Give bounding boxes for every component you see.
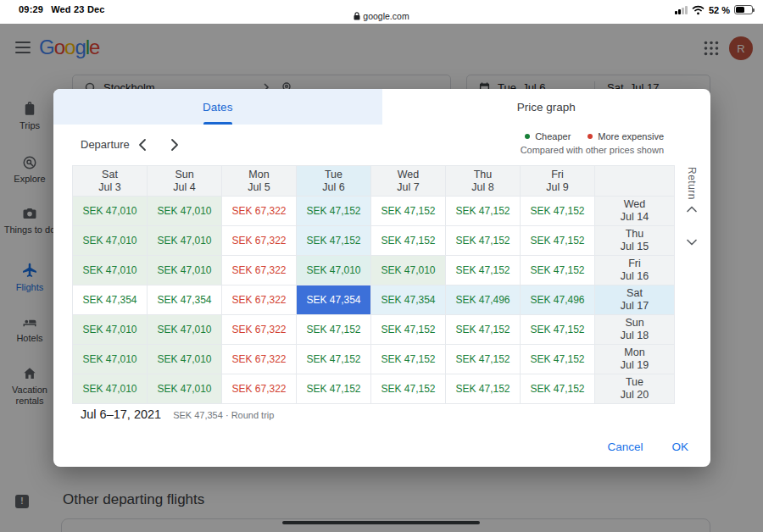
- price-cell[interactable]: SEK 47,152: [297, 197, 371, 226]
- return-prev-icon[interactable]: [684, 202, 699, 217]
- departure-next-icon[interactable]: [165, 136, 182, 153]
- price-cell[interactable]: SEK 47,010: [73, 197, 148, 226]
- price-cell[interactable]: SEK 47,354: [148, 285, 222, 315]
- price-cell[interactable]: SEK 47,152: [446, 345, 521, 374]
- return-row-header[interactable]: WedJul 14: [595, 197, 675, 226]
- departure-col-header[interactable]: SatJul 3: [73, 166, 148, 197]
- price-cell[interactable]: SEK 67,322: [222, 226, 297, 256]
- screen: 09:29Wed 23 Dec google.com 52 % Google R…: [0, 0, 763, 532]
- price-cell[interactable]: SEK 47,152: [521, 197, 595, 226]
- ok-button[interactable]: OK: [671, 441, 688, 453]
- price-cell[interactable]: SEK 47,152: [521, 226, 595, 256]
- departure-col-header[interactable]: MonJul 5: [222, 166, 297, 197]
- return-next-icon[interactable]: [684, 235, 699, 250]
- price-cell[interactable]: SEK 47,010: [148, 315, 222, 345]
- return-row-header[interactable]: SunJul 18: [595, 315, 675, 345]
- date-price-dialog: Dates Price graph Departure Cheaper More…: [53, 89, 710, 467]
- price-cell[interactable]: SEK 47,354: [371, 285, 446, 315]
- price-cell[interactable]: SEK 47,152: [446, 226, 521, 256]
- departure-col-header[interactable]: WedJul 7: [371, 166, 446, 197]
- status-icons: 52 %: [675, 4, 753, 15]
- tab-price-graph[interactable]: Price graph: [382, 89, 711, 125]
- summary-detail: SEK 47,354 · Round trip: [173, 410, 274, 420]
- selected-price-cell[interactable]: SEK 47,354: [297, 285, 371, 315]
- departure-col-header[interactable]: TueJul 6: [297, 166, 371, 197]
- ios-status-bar: 09:29Wed 23 Dec google.com 52 %: [0, 0, 763, 24]
- departure-col-header[interactable]: ThuJul 8: [446, 166, 521, 197]
- return-row-header[interactable]: ThuJul 15: [595, 226, 675, 256]
- price-cell[interactable]: SEK 47,152: [371, 374, 446, 404]
- price-cell[interactable]: SEK 47,010: [148, 374, 222, 404]
- price-cell[interactable]: SEK 47,010: [73, 226, 148, 256]
- matrix-corner-cell: [595, 166, 675, 197]
- price-cell[interactable]: SEK 47,152: [297, 315, 371, 345]
- more-expensive-label: More expensive: [598, 131, 664, 141]
- price-cell[interactable]: SEK 47,152: [371, 315, 446, 345]
- more-expensive-dot-icon: [588, 134, 593, 139]
- price-cell[interactable]: SEK 67,322: [222, 374, 297, 404]
- tab-dates[interactable]: Dates: [53, 89, 382, 125]
- price-cell[interactable]: SEK 47,010: [148, 256, 222, 285]
- lock-icon: [354, 12, 360, 20]
- dialog-actions: Cancel OK: [607, 441, 688, 453]
- price-cell[interactable]: SEK 47,496: [446, 285, 521, 315]
- return-row-header[interactable]: SatJul 17: [595, 285, 675, 315]
- price-matrix: SatJul 3SunJul 4MonJul 5TueJul 6WedJul 7…: [72, 165, 675, 404]
- price-cell[interactable]: SEK 67,322: [222, 197, 297, 226]
- cheaper-dot-icon: [525, 134, 530, 139]
- return-label: Return: [686, 167, 698, 200]
- url-text: google.com: [363, 11, 409, 21]
- tab-dates-label: Dates: [203, 101, 232, 114]
- return-row-header[interactable]: FriJul 16: [595, 256, 675, 285]
- price-cell[interactable]: SEK 47,010: [371, 256, 446, 285]
- dialog-controls: Departure Cheaper More expensive Compare…: [53, 125, 710, 165]
- price-cell[interactable]: SEK 47,354: [73, 285, 148, 315]
- cellular-signal-icon: [675, 6, 688, 14]
- price-cell[interactable]: SEK 47,152: [446, 256, 521, 285]
- price-cell[interactable]: SEK 67,322: [222, 256, 297, 285]
- price-cell[interactable]: SEK 47,010: [148, 226, 222, 256]
- price-cell[interactable]: SEK 47,010: [73, 374, 148, 404]
- address-bar[interactable]: google.com: [0, 11, 763, 21]
- price-cell[interactable]: SEK 67,322: [222, 285, 297, 315]
- price-cell[interactable]: SEK 47,152: [297, 374, 371, 404]
- trip-summary: Jul 6–17, 2021 SEK 47,354 · Round trip: [81, 407, 274, 421]
- price-cell[interactable]: SEK 47,152: [371, 345, 446, 374]
- summary-dates: Jul 6–17, 2021: [81, 407, 161, 421]
- price-cell[interactable]: SEK 47,152: [297, 226, 371, 256]
- return-row-header[interactable]: TueJul 20: [595, 374, 675, 404]
- departure-prev-icon[interactable]: [135, 136, 152, 153]
- price-cell[interactable]: SEK 67,322: [222, 315, 297, 345]
- price-cell[interactable]: SEK 47,152: [297, 345, 371, 374]
- price-cell[interactable]: SEK 47,152: [446, 197, 521, 226]
- tab-price-graph-label: Price graph: [517, 101, 576, 114]
- legend-note: Compared with other prices shown: [521, 145, 664, 155]
- cancel-button[interactable]: Cancel: [607, 441, 643, 453]
- price-cell[interactable]: SEK 47,010: [73, 345, 148, 374]
- price-legend: Cheaper More expensive Compared with oth…: [521, 131, 664, 155]
- dialog-tabs: Dates Price graph: [53, 89, 710, 125]
- price-cell[interactable]: SEK 47,496: [521, 285, 595, 315]
- price-cell[interactable]: SEK 47,152: [371, 197, 446, 226]
- battery-icon: [734, 5, 753, 14]
- price-cell[interactable]: SEK 47,010: [148, 345, 222, 374]
- price-cell[interactable]: SEK 47,152: [521, 256, 595, 285]
- battery-percent: 52 %: [709, 5, 730, 15]
- price-cell[interactable]: SEK 47,152: [521, 374, 595, 404]
- price-cell[interactable]: SEK 47,152: [446, 374, 521, 404]
- price-cell[interactable]: SEK 47,152: [521, 315, 595, 345]
- price-cell[interactable]: SEK 47,152: [521, 345, 595, 374]
- departure-col-header[interactable]: SunJul 4: [148, 166, 222, 197]
- wifi-icon: [692, 5, 705, 15]
- price-cell[interactable]: SEK 47,010: [148, 197, 222, 226]
- cheaper-label: Cheaper: [535, 131, 571, 141]
- departure-col-header[interactable]: FriJul 9: [521, 166, 595, 197]
- return-row-header[interactable]: MonJul 19: [595, 345, 675, 374]
- price-cell[interactable]: SEK 47,010: [73, 256, 148, 285]
- price-cell[interactable]: SEK 47,010: [297, 256, 371, 285]
- price-cell[interactable]: SEK 67,322: [222, 345, 297, 374]
- price-cell[interactable]: SEK 47,152: [446, 315, 521, 345]
- price-cell[interactable]: SEK 47,152: [371, 226, 446, 256]
- departure-label: Departure: [81, 138, 130, 151]
- price-cell[interactable]: SEK 47,010: [73, 315, 148, 345]
